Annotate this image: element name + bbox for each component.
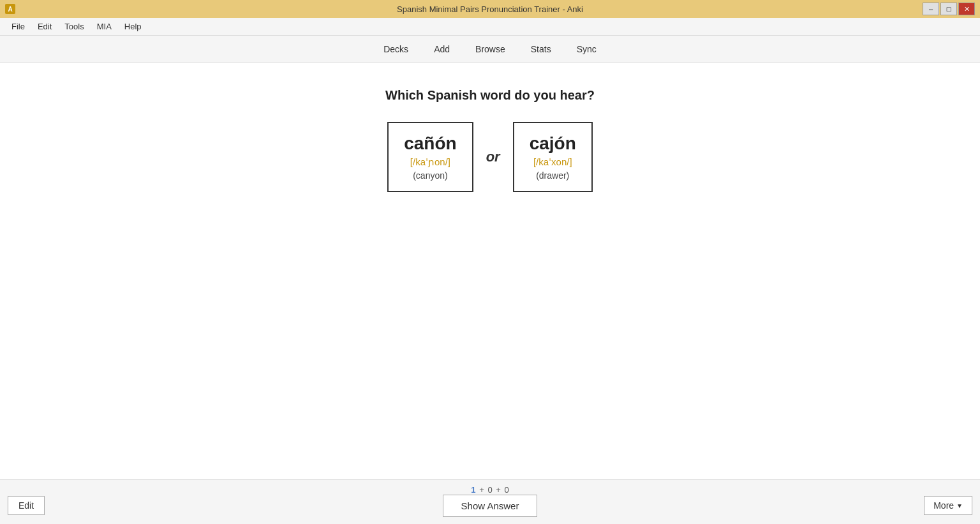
word-choices: cañón [/kaˈɲon/] (canyon) or cajón [/kaˈ… xyxy=(387,122,593,192)
show-answer-button[interactable]: Show Answer xyxy=(443,495,538,517)
menu-help[interactable]: Help xyxy=(118,19,148,34)
main-content: Which Spanish word do you hear? cañón [/… xyxy=(0,63,980,479)
word-1-text: cañón xyxy=(404,133,456,154)
menu-edit[interactable]: Edit xyxy=(31,19,58,34)
word-1-phonetic: [/kaˈɲon/] xyxy=(404,156,456,168)
card-counts: 1 + 0 + 0 xyxy=(471,485,509,495)
word-2-text: cajón xyxy=(530,133,576,154)
count-review: 0 xyxy=(504,485,509,495)
menu-tools[interactable]: Tools xyxy=(58,19,90,34)
svg-text:A: A xyxy=(8,6,12,13)
or-label: or xyxy=(486,149,500,165)
word-card-2[interactable]: cajón [/kaˈxon/] (drawer) xyxy=(513,122,593,192)
menu-file[interactable]: File xyxy=(5,19,31,34)
toolbar-add[interactable]: Add xyxy=(429,41,455,57)
plus-separator-2: + xyxy=(496,485,501,495)
more-button[interactable]: More ▼ xyxy=(924,496,972,515)
more-arrow-icon: ▼ xyxy=(956,502,963,509)
maximize-button[interactable]: □ xyxy=(940,3,957,15)
title-bar: A Spanish Minimal Pairs Pronunciation Tr… xyxy=(0,0,980,18)
word-2-phonetic: [/kaˈxon/] xyxy=(530,156,576,168)
count-learning: 0 xyxy=(487,485,492,495)
toolbar: Decks Add Browse Stats Sync xyxy=(0,36,980,63)
word-2-meaning: (drawer) xyxy=(530,170,576,181)
count-new: 1 xyxy=(471,485,475,495)
toolbar-decks[interactable]: Decks xyxy=(378,41,413,57)
more-label: More xyxy=(933,500,954,511)
window-controls: – □ ✕ xyxy=(923,3,975,15)
word-card-1[interactable]: cañón [/kaˈɲon/] (canyon) xyxy=(387,122,473,192)
word-1-meaning: (canyon) xyxy=(404,170,456,181)
bottom-bar: 1 + 0 + 0 Edit Show Answer More ▼ xyxy=(0,479,980,524)
app-icon: A xyxy=(5,4,15,14)
question-text: Which Spanish word do you hear? xyxy=(385,88,595,103)
window-title: Spanish Minimal Pairs Pronunciation Trai… xyxy=(397,4,583,14)
edit-button[interactable]: Edit xyxy=(8,496,45,515)
minimize-button[interactable]: – xyxy=(923,3,939,15)
title-bar-left: A xyxy=(5,4,15,14)
menu-bar: File Edit Tools MIA Help xyxy=(0,18,980,36)
toolbar-stats[interactable]: Stats xyxy=(526,41,556,57)
toolbar-sync[interactable]: Sync xyxy=(572,41,602,57)
close-button[interactable]: ✕ xyxy=(958,3,975,15)
menu-mia[interactable]: MIA xyxy=(91,19,118,34)
plus-separator-1: + xyxy=(479,485,484,495)
toolbar-browse[interactable]: Browse xyxy=(470,41,510,57)
